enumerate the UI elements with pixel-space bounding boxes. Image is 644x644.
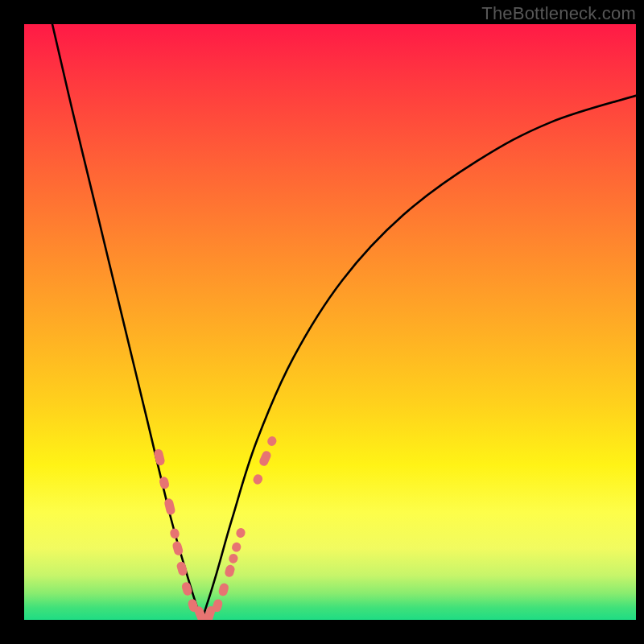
plot-gradient-area [24, 24, 636, 620]
chart-stage: TheBottleneck.com [0, 0, 644, 644]
watermark-text: TheBottleneck.com [481, 3, 636, 24]
